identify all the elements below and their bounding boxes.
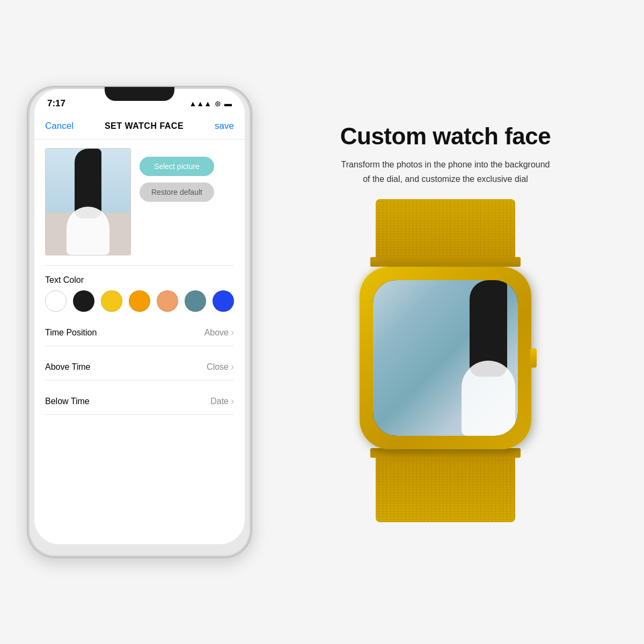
phone-mockup: 7:17 ▲▲▲ ⊛ ▬ Cancel SET WATCH FACE save [27, 86, 252, 558]
time-position-row[interactable]: Time Position Above › [45, 319, 234, 346]
color-swatch-blue[interactable] [213, 290, 234, 312]
subtitle: Transform the photos in the phone into t… [340, 157, 551, 186]
color-swatch-black[interactable] [73, 290, 94, 312]
status-time: 7:17 [47, 98, 65, 109]
phone-screen: 7:17 ▲▲▲ ⊛ ▬ Cancel SET WATCH FACE save [34, 89, 245, 544]
chevron-icon: › [231, 327, 234, 338]
chevron-icon-3: › [231, 396, 234, 407]
band-top [376, 199, 515, 258]
watch-case [360, 267, 531, 449]
band-bottom [376, 458, 515, 522]
cancel-button[interactable]: Cancel [45, 121, 74, 131]
signal-icon: ▲▲▲ [189, 99, 211, 108]
time-position-text: Above [204, 328, 229, 338]
text-color-label: Text Color [45, 275, 234, 285]
color-swatch-white[interactable] [45, 290, 67, 312]
watch-mockup [343, 199, 547, 532]
text-color-section: Text Color [45, 275, 234, 312]
band-connector-bottom [370, 448, 521, 458]
color-swatch-orange-light[interactable] [157, 290, 178, 312]
restore-default-button[interactable]: Restore default [140, 182, 214, 202]
watch-screen-image [373, 280, 518, 436]
divider-1 [45, 265, 234, 266]
preview-person-body [67, 207, 109, 255]
above-time-text: Close [207, 362, 229, 372]
below-time-label: Below Time [45, 397, 90, 406]
main-title: Custom watch face [340, 123, 551, 150]
wifi-icon: ⊛ [215, 99, 221, 108]
band-connector-top [370, 257, 521, 267]
phone-notch [105, 87, 174, 101]
save-button[interactable]: save [215, 121, 234, 131]
color-swatch-yellow[interactable] [101, 290, 122, 312]
right-panel: Custom watch face Transform the photos i… [274, 112, 617, 532]
time-position-value: Above › [204, 327, 234, 338]
watch-face-preview [45, 148, 131, 255]
nav-bar: Cancel SET WATCH FACE save [34, 113, 245, 140]
below-time-row[interactable]: Below Time Date › [45, 388, 234, 415]
phone-body: 7:17 ▲▲▲ ⊛ ▬ Cancel SET WATCH FACE save [27, 86, 252, 558]
watch-screen [373, 280, 518, 436]
status-icons: ▲▲▲ ⊛ ▬ [189, 99, 232, 108]
chevron-icon-2: › [231, 361, 234, 372]
above-time-label: Above Time [45, 362, 90, 372]
below-time-text: Date [210, 397, 229, 406]
watch-crown-button [530, 348, 537, 368]
above-time-value: Close › [207, 361, 234, 372]
subtitle-line2: of the dial, and customize the exclusive… [363, 174, 528, 184]
preview-buttons: Select picture Restore default [140, 148, 214, 202]
above-time-row[interactable]: Above Time Close › [45, 354, 234, 380]
color-swatches [45, 290, 234, 312]
preview-row: Select picture Restore default [45, 148, 234, 255]
title-section: Custom watch face Transform the photos i… [340, 123, 551, 186]
screen-content: Select picture Restore default Text Colo… [34, 140, 245, 544]
screen-title: SET WATCH FACE [105, 121, 184, 131]
time-position-label: Time Position [45, 328, 97, 338]
battery-icon: ▬ [224, 99, 232, 108]
main-container: 7:17 ▲▲▲ ⊛ ▬ Cancel SET WATCH FACE save [27, 27, 617, 617]
color-swatch-teal[interactable] [185, 290, 206, 312]
select-picture-button[interactable]: Select picture [140, 157, 214, 176]
color-swatch-orange-dark[interactable] [129, 290, 150, 312]
watch-person-body [462, 361, 515, 436]
below-time-value: Date › [210, 396, 234, 407]
subtitle-line1: Transform the photos in the phone into t… [341, 160, 550, 169]
